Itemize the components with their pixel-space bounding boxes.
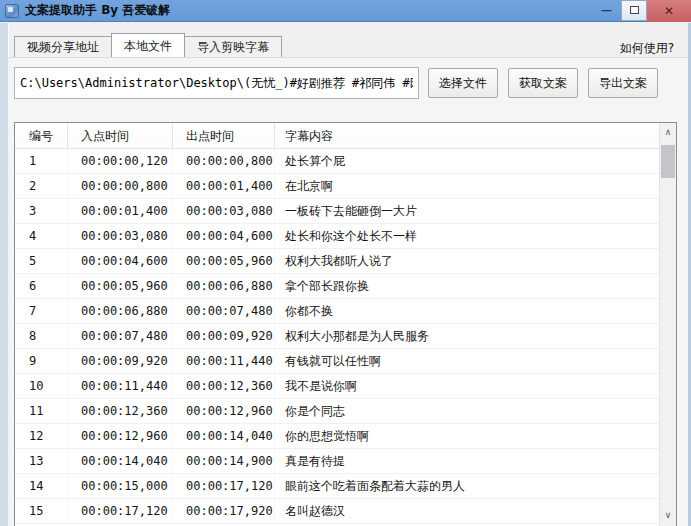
cell-out: 00:00:17,120 <box>173 474 275 498</box>
cell-no: 11 <box>15 399 68 423</box>
cell-text: 你是个同志 <box>275 399 659 423</box>
cell-no: 4 <box>15 224 68 248</box>
cell-in: 00:00:01,400 <box>68 199 173 223</box>
cell-no: 3 <box>15 199 68 223</box>
select-file-button[interactable]: 选择文件 <box>428 68 498 98</box>
cell-in: 00:00:00,120 <box>68 149 173 173</box>
cell-out: 00:00:04,600 <box>173 224 275 248</box>
cell-text: 你的思想觉悟啊 <box>275 424 659 448</box>
close-icon: ✕ <box>664 4 674 18</box>
table-header: 编号 入点时间 出点时间 字幕内容 <box>15 123 659 149</box>
table-row[interactable]: 1300:00:14,04000:00:14,900真是有待提 <box>15 449 659 474</box>
cell-no: 14 <box>15 474 68 498</box>
app-window: 文案提取助手 By 吾爱破解 — ✕ 视频分享地址 本地文件 导入剪映字幕 如何… <box>0 0 691 526</box>
cell-out: 00:00:05,960 <box>173 249 275 273</box>
cell-text: 权利大小那都是为人民服务 <box>275 324 659 348</box>
cell-out: 00:00:12,960 <box>173 399 275 423</box>
column-header-content[interactable]: 字幕内容 <box>275 123 659 148</box>
cell-in: 00:00:15,000 <box>68 474 173 498</box>
window-controls: — ✕ <box>592 0 691 22</box>
export-copy-button[interactable]: 导出文案 <box>588 68 658 98</box>
scrollbar-thumb[interactable] <box>661 145 675 178</box>
close-button[interactable]: ✕ <box>647 0 691 22</box>
table-row[interactable]: 1400:00:15,00000:00:17,120眼前这个吃着面条配着大蒜的男… <box>15 474 659 499</box>
cell-out: 00:00:00,800 <box>173 149 275 173</box>
cell-text: 处长和你这个处长不一样 <box>275 224 659 248</box>
cell-in: 00:00:14,040 <box>68 449 173 473</box>
table-row[interactable]: 500:00:04,60000:00:05,960权利大我都听人说了 <box>15 249 659 274</box>
table-row[interactable]: 100:00:00,12000:00:00,800处长算个屁 <box>15 149 659 174</box>
table-row[interactable]: 600:00:05,96000:00:06,880拿个部长跟你换 <box>15 274 659 299</box>
table-row[interactable]: 300:00:01,40000:00:03,080一板砖下去能砸倒一大片 <box>15 199 659 224</box>
cell-in: 00:00:07,480 <box>68 324 173 348</box>
column-header-outtime[interactable]: 出点时间 <box>173 123 275 148</box>
cell-out: 00:00:09,920 <box>173 324 275 348</box>
subtitle-table: 编号 入点时间 出点时间 字幕内容 100:00:00,12000:00:00,… <box>14 122 677 526</box>
how-to-use-link[interactable]: 如何使用? <box>620 40 682 57</box>
cell-in: 00:00:11,440 <box>68 374 173 398</box>
cell-in: 00:00:05,960 <box>68 274 173 298</box>
local-file-tab-panel: 选择文件 获取文案 导出文案 编号 入点时间 出点时间 字幕内容 100:00:… <box>8 57 688 526</box>
cell-text: 你都不换 <box>275 299 659 323</box>
cell-out: 00:00:01,400 <box>173 174 275 198</box>
cell-no: 2 <box>15 174 68 198</box>
cell-in: 00:00:12,960 <box>68 424 173 448</box>
cell-out: 00:00:03,080 <box>173 199 275 223</box>
cell-no: 10 <box>15 374 68 398</box>
file-path-input[interactable] <box>14 67 419 99</box>
file-row: 选择文件 获取文案 导出文案 <box>14 67 658 99</box>
cell-text: 我不是说你啊 <box>275 374 659 398</box>
table-row[interactable]: 1100:00:12,36000:00:12,960你是个同志 <box>15 399 659 424</box>
cell-text: 真是有待提 <box>275 449 659 473</box>
cell-out: 00:00:07,480 <box>173 299 275 323</box>
scroll-up-icon[interactable]: ∧ <box>660 124 676 141</box>
column-header-no[interactable]: 编号 <box>15 123 68 148</box>
cell-no: 7 <box>15 299 68 323</box>
cell-text: 眼前这个吃着面条配着大蒜的男人 <box>275 474 659 498</box>
cell-out: 00:00:17,920 <box>173 499 275 523</box>
cell-no: 5 <box>15 249 68 273</box>
subtitle-table-body: 100:00:00,12000:00:00,800处长算个屁200:00:00,… <box>15 149 659 524</box>
cell-text: 名叫赵德汉 <box>275 499 659 523</box>
cell-in: 00:00:06,880 <box>68 299 173 323</box>
column-header-intime[interactable]: 入点时间 <box>68 123 173 148</box>
cell-in: 00:00:00,800 <box>68 174 173 198</box>
cell-out: 00:00:06,880 <box>173 274 275 298</box>
cell-text: 权利大我都听人说了 <box>275 249 659 273</box>
cell-in: 00:00:03,080 <box>68 224 173 248</box>
window-title: 文案提取助手 By 吾爱破解 <box>25 2 170 19</box>
maximize-icon <box>630 6 639 14</box>
window-body: 视频分享地址 本地文件 导入剪映字幕 如何使用? 选择文件 获取文案 导出文案 … <box>0 23 691 526</box>
table-row[interactable]: 1500:00:17,12000:00:17,920名叫赵德汉 <box>15 499 659 524</box>
tab-video-share-url[interactable]: 视频分享地址 <box>14 36 112 57</box>
table-row[interactable]: 900:00:09,92000:00:11,440有钱就可以任性啊 <box>15 349 659 374</box>
table-row[interactable]: 400:00:03,08000:00:04,600处长和你这个处长不一样 <box>15 224 659 249</box>
tab-local-file[interactable]: 本地文件 <box>111 33 185 57</box>
table-row[interactable]: 200:00:00,80000:00:01,400在北京啊 <box>15 174 659 199</box>
cell-text: 在北京啊 <box>275 174 659 198</box>
cell-in: 00:00:12,360 <box>68 399 173 423</box>
tab-import-jianying-subtitle[interactable]: 导入剪映字幕 <box>184 36 282 57</box>
cell-no: 6 <box>15 274 68 298</box>
cell-no: 15 <box>15 499 68 523</box>
cell-no: 1 <box>15 149 68 173</box>
table-row[interactable]: 700:00:06,88000:00:07,480你都不换 <box>15 299 659 324</box>
cell-in: 00:00:09,920 <box>68 349 173 373</box>
vertical-scrollbar[interactable]: ∧ ∨ <box>659 123 676 526</box>
maximize-button[interactable] <box>621 0 647 21</box>
fetch-copy-button[interactable]: 获取文案 <box>508 68 578 98</box>
titlebar: 文案提取助手 By 吾爱破解 — ✕ <box>0 0 691 22</box>
cell-text: 拿个部长跟你换 <box>275 274 659 298</box>
table-row[interactable]: 800:00:07,48000:00:09,920权利大小那都是为人民服务 <box>15 324 659 349</box>
tab-bar: 视频分享地址 本地文件 导入剪映字幕 如何使用? <box>14 33 682 57</box>
cell-text: 一板砖下去能砸倒一大片 <box>275 199 659 223</box>
table-row[interactable]: 1000:00:11,44000:00:12,360我不是说你啊 <box>15 374 659 399</box>
scroll-down-icon[interactable]: ∨ <box>660 507 676 524</box>
cell-out: 00:00:12,360 <box>173 374 275 398</box>
app-icon <box>5 4 19 18</box>
cell-in: 00:00:17,120 <box>68 499 173 523</box>
cell-no: 13 <box>15 449 68 473</box>
table-row[interactable]: 1200:00:12,96000:00:14,040你的思想觉悟啊 <box>15 424 659 449</box>
minimize-button[interactable]: — <box>592 0 621 21</box>
cell-no: 8 <box>15 324 68 348</box>
